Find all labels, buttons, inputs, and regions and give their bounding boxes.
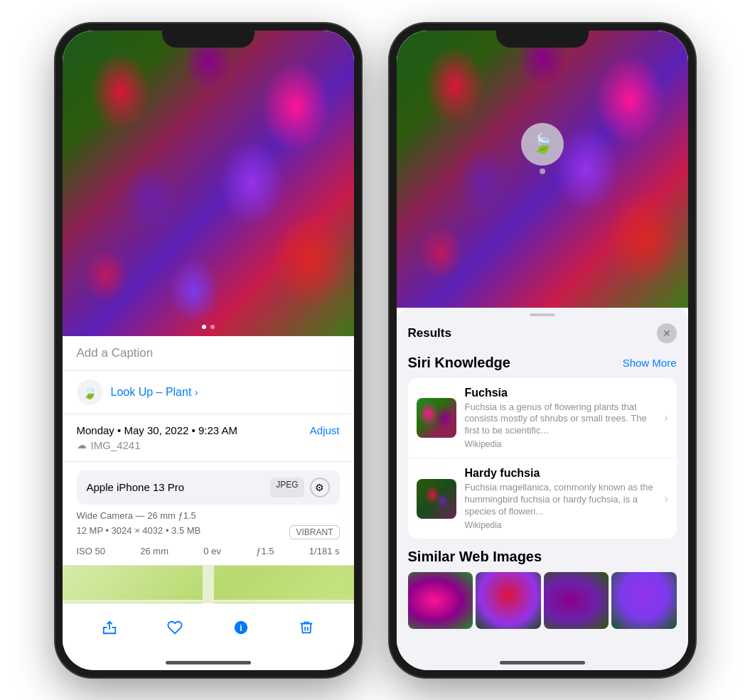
meta-filename-row: ☁ IMG_4241 — [77, 439, 340, 451]
device-row: Apple iPhone 13 Pro JPEG ⚙ — [77, 470, 340, 505]
siri-knowledge-title: Siri Knowledge — [408, 355, 510, 371]
fuchsia-info: Fuchsia Fuchsia is a genus of flowering … — [465, 387, 656, 450]
hardy-chevron: › — [664, 492, 668, 505]
similar-title: Similar Web Images — [408, 549, 677, 565]
phone-notch — [162, 23, 255, 48]
hardy-thumbnail — [417, 479, 456, 519]
right-home-indicator — [500, 661, 585, 664]
leaf-icon: 🍃 — [77, 379, 102, 405]
resolution: 12 MP • 3024 × 4032 • 3.5 MB — [77, 525, 201, 536]
adjust-button[interactable]: Adjust — [310, 424, 340, 436]
fuchsia-thumbnail — [417, 398, 456, 438]
jpeg-badge: JPEG — [270, 478, 304, 497]
exif-row: ISO 50 26 mm 0 ev ƒ1.5 1/181 s — [77, 546, 340, 556]
gear-icon[interactable]: ⚙ — [310, 478, 330, 497]
visual-search-bubble[interactable]: 🍃 — [521, 123, 564, 166]
delete-button[interactable] — [291, 612, 322, 643]
page-dots — [202, 325, 215, 329]
caption-area[interactable]: Add a Caption — [63, 336, 354, 371]
knowledge-item-hardy[interactable]: Hardy fuchsia Fuchsia magellanica, commo… — [408, 458, 677, 539]
exif-iso: ISO 50 — [77, 546, 105, 556]
hardy-name: Hardy fuchsia — [465, 467, 656, 480]
similar-image-4[interactable] — [611, 572, 677, 629]
svg-text:i: i — [240, 623, 242, 632]
meta-date: Monday • May 30, 2022 • 9:23 AM — [77, 424, 237, 436]
flower-image — [63, 31, 354, 336]
badge-row: JPEG ⚙ — [270, 478, 329, 497]
meta-section: Monday • May 30, 2022 • 9:23 AM Adjust ☁… — [63, 414, 354, 462]
meta-date-row: Monday • May 30, 2022 • 9:23 AM Adjust — [77, 424, 340, 436]
hardy-info: Hardy fuchsia Fuchsia magellanica, commo… — [465, 467, 656, 530]
fuchsia-chevron: › — [664, 411, 668, 424]
toolbar: i — [63, 603, 354, 649]
photo-area[interactable] — [63, 31, 354, 336]
similar-section: Similar Web Images — [408, 549, 677, 629]
left-phone: Add a Caption 🍃 Look Up – Plant › Monday… — [55, 23, 361, 677]
right-screen-content: 🍃 Results ✕ Siri Knowledge Sho — [397, 31, 688, 670]
results-content[interactable]: Siri Knowledge Show More Fuchsia Fuchsia… — [397, 350, 688, 670]
exif-shutter: 1/181 s — [309, 546, 340, 556]
meta-filename: IMG_4241 — [91, 439, 141, 451]
share-button[interactable] — [94, 612, 125, 643]
lookup-text: Look Up – Plant › — [111, 386, 198, 399]
dot-2 — [210, 325, 215, 329]
similar-image-3[interactable] — [544, 572, 609, 629]
exif-focal: 26 mm — [140, 546, 168, 556]
right-phone: 🍃 Results ✕ Siri Knowledge Sho — [390, 23, 695, 677]
hardy-source: Wikipedia — [465, 520, 656, 530]
visual-search-leaf-icon: 🍃 — [531, 133, 554, 155]
right-photo-area: 🍃 — [397, 31, 688, 308]
fuchsia-source: Wikipedia — [465, 439, 656, 449]
caption-placeholder[interactable]: Add a Caption — [77, 346, 154, 360]
left-screen-content: Add a Caption 🍃 Look Up – Plant › Monday… — [63, 31, 354, 670]
device-section: Apple iPhone 13 Pro JPEG ⚙ Wide Camera —… — [63, 462, 354, 566]
exif-aperture: ƒ1.5 — [256, 546, 274, 556]
wide-camera-spec: Wide Camera — 26 mm ƒ1.5 — [77, 510, 340, 521]
device-name: Apple iPhone 13 Pro — [87, 481, 185, 493]
left-phone-screen: Add a Caption 🍃 Look Up – Plant › Monday… — [63, 31, 354, 670]
fuchsia-desc: Fuchsia is a genus of flowering plants t… — [465, 402, 656, 438]
results-header: Results ✕ — [397, 321, 688, 350]
heart-button[interactable] — [159, 612, 191, 643]
knowledge-card: Fuchsia Fuchsia is a genus of flowering … — [408, 378, 677, 539]
hardy-desc: Fuchsia magellanica, commonly known as t… — [465, 482, 656, 518]
lookup-row[interactable]: 🍃 Look Up – Plant › — [63, 371, 354, 414]
close-button[interactable]: ✕ — [657, 323, 677, 343]
similar-image-1[interactable] — [408, 572, 473, 629]
fuchsia-name: Fuchsia — [465, 387, 656, 399]
bubble-dot — [540, 168, 545, 174]
lookup-label: Look Up – — [111, 386, 163, 398]
knowledge-item-fuchsia[interactable]: Fuchsia Fuchsia is a genus of flowering … — [408, 378, 677, 459]
home-indicator — [166, 661, 251, 664]
spec-row: 12 MP • 3024 × 4032 • 3.5 MB VIBRANT — [77, 525, 340, 540]
lookup-chevron: › — [195, 387, 198, 398]
vibrant-badge: VIBRANT — [289, 525, 339, 539]
results-title: Results — [408, 326, 451, 340]
right-phone-screen: 🍃 Results ✕ Siri Knowledge Sho — [397, 31, 688, 670]
similar-image-2[interactable] — [476, 572, 541, 629]
similar-images-row — [408, 572, 677, 629]
show-more-button[interactable]: Show More — [623, 357, 677, 369]
close-icon: ✕ — [663, 328, 671, 339]
info-button[interactable]: i — [225, 612, 257, 643]
results-panel: Results ✕ Siri Knowledge Show More — [397, 308, 688, 670]
dot-1 — [202, 325, 206, 329]
results-handle[interactable] — [530, 313, 555, 316]
exif-ev: 0 ev — [203, 546, 221, 556]
camera-spec: Wide Camera — 26 mm ƒ1.5 — [77, 510, 340, 521]
lookup-subject: Plant — [162, 386, 191, 398]
cloud-icon: ☁ — [77, 439, 87, 451]
siri-knowledge-header: Siri Knowledge Show More — [408, 355, 677, 371]
right-phone-notch — [496, 23, 589, 48]
